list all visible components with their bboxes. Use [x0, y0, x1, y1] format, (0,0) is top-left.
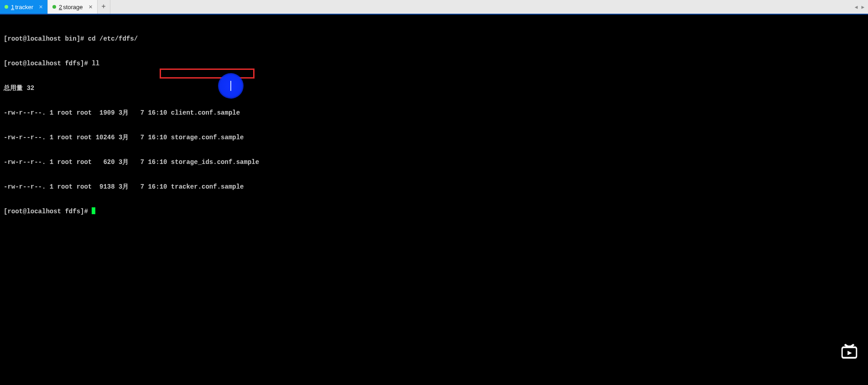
tab-label: storage	[63, 4, 83, 11]
session-status-dot-icon	[52, 5, 56, 9]
new-tab-button[interactable]: +	[98, 0, 110, 14]
terminal-line: -rw-r--r--. 1 root root 1909 3月 7 16:10 …	[4, 109, 864, 117]
terminal-line: -rw-r--r--. 1 root root 10246 3月 7 16:10…	[4, 133, 864, 142]
tab-bar-spacer	[110, 0, 851, 14]
tab-nav: ◀ ▶	[851, 0, 868, 14]
terminal-line: [root@localhost bin]# cd /etc/fdfs/	[4, 35, 864, 43]
session-status-dot-icon	[5, 5, 8, 9]
tab-next-icon[interactable]: ▶	[861, 4, 864, 10]
tab-number: 2	[59, 4, 62, 11]
tab-number: 1	[11, 4, 14, 11]
terminal-line: -rw-r--r--. 1 root root 620 3月 7 16:10 s…	[4, 158, 864, 166]
tab-tracker[interactable]: 1tracker ✕	[0, 0, 48, 14]
terminal-line: [root@localhost fdfs]# ll	[4, 59, 864, 68]
close-icon[interactable]: ✕	[39, 4, 43, 10]
tab-prev-icon[interactable]: ◀	[855, 4, 858, 10]
terminal-output[interactable]: [root@localhost bin]# cd /etc/fdfs/ [roo…	[0, 16, 868, 385]
tab-label: tracker	[15, 4, 33, 11]
terminal-cursor	[92, 207, 95, 214]
terminal-prompt-line: [root@localhost fdfs]#	[4, 207, 864, 216]
tab-storage[interactable]: 2storage ✕	[48, 0, 98, 14]
terminal-line: -rw-r--r--. 1 root root 9138 3月 7 16:10 …	[4, 183, 864, 191]
video-watermark-icon	[839, 341, 860, 362]
terminal-line: 总用量 32	[4, 84, 864, 92]
tab-bar: 1tracker ✕ 2storage ✕ + ◀ ▶	[0, 0, 868, 15]
close-icon[interactable]: ✕	[88, 4, 93, 10]
terminal-prompt: [root@localhost fdfs]#	[4, 208, 92, 215]
